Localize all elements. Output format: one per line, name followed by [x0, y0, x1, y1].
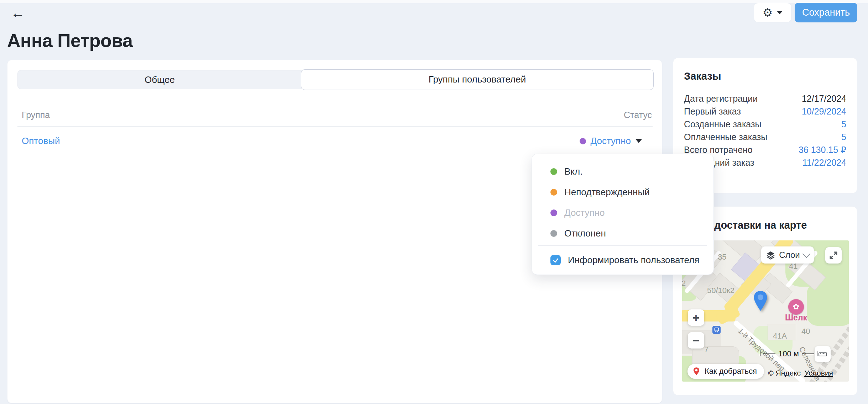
top-strip	[0, 0, 868, 3]
menu-divider	[538, 245, 707, 246]
terms-link[interactable]: Условия	[804, 369, 833, 377]
layers-icon	[766, 250, 775, 260]
status-dot	[550, 168, 557, 175]
group-link[interactable]: Оптовый	[22, 135, 60, 147]
table-divider	[17, 126, 653, 127]
directions-button[interactable]: Как добраться	[687, 364, 764, 379]
map-pin-icon[interactable]	[753, 290, 768, 313]
map-label: 41А	[773, 331, 787, 341]
order-value-link[interactable]: 5	[841, 132, 846, 142]
status-dot	[550, 209, 557, 216]
copyright-text: © Яндекс	[768, 369, 801, 377]
status-menu: Вкл. Неподтвержденный Доступно Отклонен …	[532, 154, 714, 275]
zoom-in-button[interactable]: +	[688, 309, 704, 326]
tab-user-groups[interactable]: Группы пользователей	[301, 69, 654, 90]
menu-option-unconfirmed[interactable]: Неподтвержденный	[532, 182, 713, 202]
map-card-title: доставки на карте	[714, 219, 807, 231]
back-arrow-icon: ←	[11, 5, 25, 21]
status-control[interactable]: Доступно	[580, 135, 642, 147]
map-label: 50/10к2	[707, 286, 734, 295]
order-row: Дата регистрации 12/17/2024	[684, 92, 846, 105]
scale-bar: 100 м	[758, 349, 819, 358]
check-icon	[552, 257, 559, 264]
order-label: Оплаченные заказы	[684, 132, 767, 142]
order-value-link[interactable]: 11/22/2024	[802, 158, 846, 168]
order-row: Первый заказ 10/29/2024	[684, 105, 846, 118]
screen: ← Анна Петрова ⚙ Сохранить Общее Группы …	[0, 0, 868, 404]
menu-option-label: Неподтвержденный	[564, 187, 650, 198]
directions-label: Как добраться	[705, 367, 757, 376]
plus-icon: +	[692, 312, 700, 324]
order-row: Созданные заказы 5	[684, 118, 846, 131]
chevron-down-icon	[777, 11, 783, 14]
expand-icon	[829, 251, 838, 260]
settings-button[interactable]: ⚙	[754, 3, 791, 22]
menu-option-label: Отклонен	[564, 228, 606, 239]
layers-button[interactable]: Слои	[761, 246, 814, 264]
poi-marker[interactable]: ✿	[788, 299, 804, 315]
page-title: Анна Петрова	[7, 30, 133, 51]
status-dot	[550, 189, 557, 196]
order-label: Дата регистрации	[684, 94, 758, 104]
notify-checkbox-row[interactable]: Информировать пользователя	[550, 255, 713, 266]
caret-down-icon	[636, 139, 642, 143]
save-button[interactable]: Сохранить	[795, 3, 857, 22]
layers-label: Слои	[779, 250, 800, 260]
map-label: 35	[718, 253, 726, 262]
menu-option-available[interactable]: Доступно	[532, 202, 713, 223]
checkbox-label: Информировать пользователя	[568, 255, 699, 266]
gear-icon: ⚙	[763, 7, 773, 18]
map-attribution: © Яндекс Условия	[768, 369, 833, 377]
order-value-link[interactable]: 10/29/2024	[802, 106, 846, 117]
chevron-down-icon	[802, 250, 810, 258]
menu-option-rejected[interactable]: Отклонен	[532, 223, 713, 244]
orders-title: Заказы	[684, 69, 846, 83]
menu-option-on[interactable]: Вкл.	[532, 161, 713, 182]
status-dot	[580, 138, 586, 144]
tab-bar: Общее Группы пользователей	[17, 70, 653, 89]
zoom-out-button[interactable]: −	[688, 332, 704, 349]
map-label: 40	[801, 327, 810, 336]
column-header-group: Группа	[22, 110, 50, 120]
menu-option-label: Вкл.	[564, 166, 582, 177]
map-label: 2	[682, 279, 686, 288]
red-pin-icon	[692, 367, 701, 376]
poi-label: Шелк	[779, 313, 813, 323]
scale-label: 100 м	[778, 349, 799, 358]
checkbox-checked[interactable]	[550, 255, 561, 265]
map-label: 7	[704, 345, 708, 354]
order-value-link[interactable]: 5	[841, 119, 846, 129]
minus-icon: −	[692, 334, 700, 346]
order-label: Первый заказ	[684, 106, 741, 117]
column-header-status: Статус	[624, 110, 652, 120]
order-row: Оплаченные заказы 5	[684, 131, 846, 143]
order-value-link[interactable]: 36 130.15 ₽	[799, 145, 846, 155]
fullscreen-button[interactable]	[825, 247, 842, 264]
order-label: Созданные заказы	[684, 119, 761, 129]
back-button[interactable]: ←	[9, 4, 27, 22]
status-label: Доступно	[591, 135, 631, 147]
tab-general[interactable]: Общее	[18, 70, 302, 89]
flower-icon: ✿	[793, 302, 799, 312]
ruler-icon	[818, 349, 828, 359]
status-dot	[550, 230, 557, 237]
menu-option-label: Доступно	[564, 207, 605, 218]
order-value: 12/17/2024	[802, 94, 846, 104]
transit-stop-icon	[712, 326, 721, 334]
